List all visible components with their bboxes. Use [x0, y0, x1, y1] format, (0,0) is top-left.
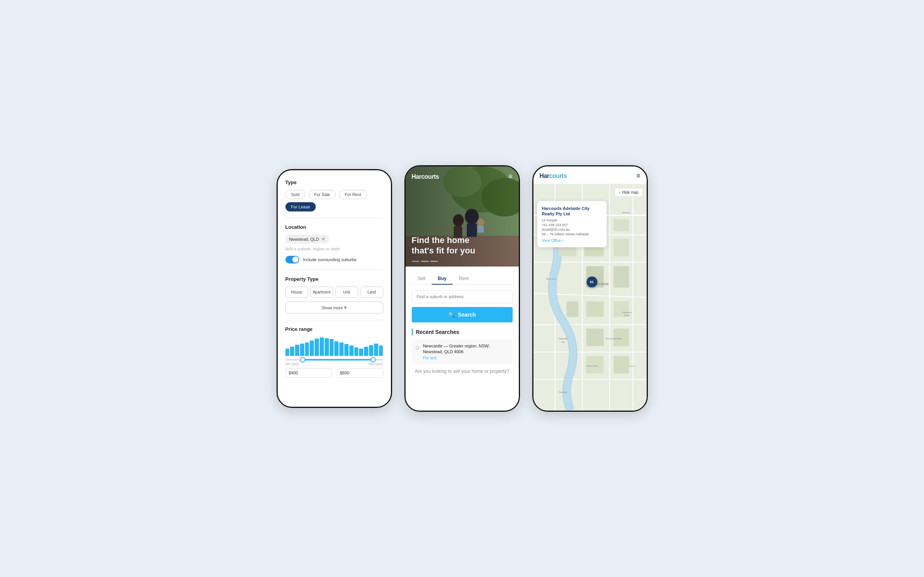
p1-bar-chart	[285, 337, 383, 356]
p2-hero-dots	[412, 261, 438, 262]
svg-text:Point: Point	[624, 314, 630, 317]
p1-max-price-input[interactable]	[337, 368, 383, 377]
p1-toggle[interactable]	[285, 256, 299, 263]
p3-map-screen: Harcourts ≡	[533, 166, 647, 411]
svg-text:Newste...: Newste...	[622, 211, 632, 214]
p3-map-container: Herston Newste... Kangaroo Point SOUTH B…	[533, 184, 647, 411]
p1-location-section: Location Newstead, QLD ✕ Add a suburb, r…	[285, 224, 383, 263]
p3-card-address: 69 – 79 Gilbert Street Adelaide	[542, 232, 602, 236]
p1-slider-right[interactable]	[371, 357, 376, 362]
prop-btn-apartment[interactable]: Apartment	[310, 287, 333, 298]
svg-text:Highgate: Highgate	[558, 337, 567, 340]
chevron-down-icon: ▾	[344, 305, 347, 310]
svg-text:Stone...: Stone...	[629, 364, 637, 367]
p3-card-phone: +61 438 153 057	[542, 223, 602, 227]
p2-search-btn[interactable]: 🔍 Search	[412, 307, 513, 322]
p2-recent-item[interactable]: ⌂ Newcastle — Greater region, NSW; Newst…	[412, 339, 513, 364]
p2-hero-title: Find the home that's fit for you	[412, 235, 475, 256]
tab-sell[interactable]: Sell	[412, 273, 432, 284]
svg-text:Woolloongabba: Woolloongabba	[605, 337, 622, 340]
phones-container: Type Sold For Sale For Rent For Lease Lo…	[277, 165, 648, 412]
tab-buy[interactable]: Buy	[432, 273, 453, 284]
p3-view-office-btn[interactable]: View Office ›	[542, 238, 602, 243]
phone-1: Type Sold For Sale For Rent For Lease Lo…	[277, 169, 392, 408]
p1-min-price-input[interactable]	[285, 368, 332, 377]
prop-btn-land[interactable]: Land	[361, 287, 383, 298]
p3-map-marker[interactable]: 61	[587, 277, 597, 287]
chevron-right-icon: ›	[562, 238, 563, 243]
type-btn-forsale[interactable]: For Sale	[309, 190, 336, 199]
chevron-left-icon: ‹	[619, 190, 620, 195]
p3-map-card: Harcourts Adelaide City Realty Pty Ltd 1…	[537, 201, 607, 247]
dot-1	[412, 261, 419, 262]
p1-include-suburbs-row: Include surrounding suburbs	[285, 256, 383, 263]
p2-search-card: Sell Buy Rent 🔍 Search Recent Searches ⌂…	[406, 267, 519, 411]
p1-show-more-btn[interactable]: Show more ▾	[285, 302, 383, 314]
p2-recent-label: Recent Searches	[412, 329, 513, 335]
p1-slider-fill	[303, 359, 373, 361]
p3-hamburger-icon[interactable]: ≡	[636, 172, 641, 180]
p1-location-label: Location	[285, 224, 383, 230]
p1-slider-left[interactable]	[300, 357, 305, 362]
p3-card-people: 14 People	[542, 218, 602, 222]
p1-prop-type-grid: House Apartment Unit Land	[285, 287, 383, 298]
svg-rect-33	[586, 301, 604, 317]
type-btn-forlease[interactable]: For Lease	[285, 202, 316, 211]
prop-btn-house[interactable]: House	[285, 287, 308, 298]
home-icon: ⌂	[416, 344, 419, 351]
p1-min-input-wrap	[285, 368, 332, 377]
p2-hero-nav: Harcourts ≡	[406, 166, 519, 181]
svg-text:Hill: Hill	[561, 340, 564, 343]
p1-type-label: Type	[285, 179, 383, 185]
p2-recent-text: Newcastle — Greater region, NSW; Newstea…	[423, 343, 508, 360]
p1-price-inputs	[285, 368, 383, 377]
p2-tabs: Sell Buy Rent	[412, 273, 513, 285]
tab-rent[interactable]: Rent	[453, 273, 475, 284]
p2-sell-cta: Are you looking to sell your home or pro…	[412, 367, 513, 374]
svg-rect-32	[567, 301, 578, 317]
p1-price-label: Price range	[285, 326, 383, 332]
svg-rect-29	[613, 239, 629, 257]
p1-max-input-wrap	[337, 368, 383, 377]
p3-logo: Harcourts	[540, 173, 567, 179]
svg-text:Dutton Park: Dutton Park	[586, 364, 599, 367]
p1-price-labels: Min (pw) Max (pw)	[285, 362, 383, 366]
p1-add-suburb: Add a suburb, region or state	[285, 247, 383, 251]
p2-hero: Harcourts ≡ Find the home that's fit for…	[406, 166, 519, 267]
p2-hero-text: Find the home that's fit for you	[412, 235, 475, 256]
type-btn-forrent[interactable]: For Rent	[339, 190, 367, 199]
svg-rect-26	[613, 219, 629, 231]
p1-toggle-label: Include surrounding suburbs	[303, 257, 357, 262]
p3-hide-map-btn[interactable]: ‹ Hide map	[615, 188, 642, 197]
p2-logo: Harcourts	[412, 173, 439, 180]
p3-map-bg: Herston Newste... Kangaroo Point SOUTH B…	[533, 184, 647, 411]
type-btn-sold[interactable]: Sold	[285, 190, 305, 199]
prop-btn-unit[interactable]: Unit	[335, 287, 358, 298]
p1-property-type-label: Property Type	[285, 276, 383, 282]
svg-rect-35	[586, 329, 604, 346]
remove-location-btn[interactable]: ✕	[321, 236, 325, 242]
svg-text:Kangaroo: Kangaroo	[622, 311, 632, 314]
p2-hamburger-icon[interactable]: ≡	[508, 173, 513, 181]
p1-filter-screen: Type Sold For Sale For Rent For Lease Lo…	[278, 170, 391, 407]
svg-rect-31	[613, 266, 629, 288]
p1-property-type-section: Property Type House Apartment Unit Land …	[285, 276, 383, 314]
svg-rect-38	[613, 356, 629, 374]
p1-slider-track	[285, 359, 383, 361]
p1-price-section: Price range Min (pw) Max (pw)	[285, 326, 383, 377]
p2-search-input[interactable]	[412, 290, 513, 303]
phone-3: Harcourts ≡	[532, 165, 648, 412]
p3-card-title: Harcourts Adelaide City Realty Pty Ltd	[542, 206, 602, 217]
svg-text:Fairfield: Fairfield	[558, 391, 567, 393]
p1-type-section: Type Sold For Sale For Rent For Lease	[285, 179, 383, 211]
svg-text:West End: West End	[546, 277, 556, 280]
dot-3	[430, 261, 438, 262]
p1-type-row: Sold For Sale For Rent For Lease	[285, 190, 383, 211]
p3-card-email: email@nh.com.au	[542, 228, 602, 231]
phone-2: Harcourts ≡ Find the home that's fit for…	[404, 165, 520, 412]
p3-header: Harcourts ≡	[533, 166, 647, 184]
search-icon: 🔍	[448, 312, 455, 318]
dot-2	[421, 261, 429, 262]
p2-search-screen: Harcourts ≡ Find the home that's fit for…	[406, 166, 519, 411]
p1-location-tag: Newstead, QLD ✕	[285, 235, 330, 243]
